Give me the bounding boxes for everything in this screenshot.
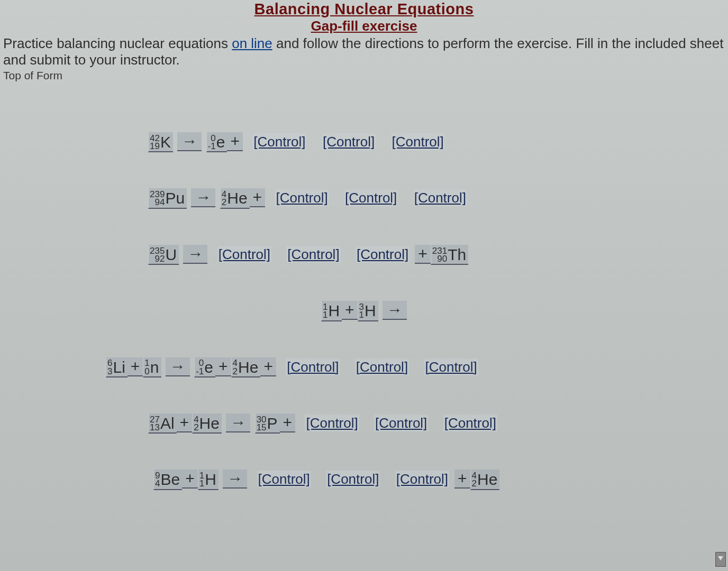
isotope-H: 11H [198,469,219,490]
isotope-Pu: 23994Pu [148,188,187,208]
isotope-Li: 63Li [106,357,128,377]
isotope-K: 4219K [148,132,173,152]
plus-op: + [454,469,470,489]
plus-op: + [128,357,143,376]
online-link[interactable]: on line [232,35,272,51]
isotope-H: 11H [321,301,342,321]
plus-op: + [227,132,243,151]
arrow-icon: → [166,357,190,376]
isotope-He: 42He [470,469,500,490]
plus-op: + [182,469,198,489]
equations-area: 4219K → 0-1e + [Control] [Control] [Cont… [0,132,728,526]
arrow-icon: → [183,245,207,264]
control-placeholder[interactable]: [Control] [286,246,340,263]
equation-row: 2713Al + 42He → 3015P + [Control] [Contr… [148,413,707,434]
isotope-Be: 94Be [153,469,182,490]
plus-op: + [215,357,231,376]
equation-row: 11H + 31H → [21,301,707,321]
control-placeholder[interactable]: [Control] [443,415,497,431]
control-placeholder[interactable]: [Control] [305,415,359,431]
arrow-icon: → [383,301,407,320]
arrow-icon: → [191,188,215,207]
equation-row: 4219K → 0-1e + [Control] [Control] [Cont… [148,132,707,152]
control-placeholder[interactable]: [Control] [355,358,409,375]
control-placeholder[interactable]: [Control] [275,189,329,206]
control-placeholder[interactable]: [Control] [344,189,398,206]
isotope-Th: 23190Th [431,245,468,265]
isotope-H: 31H [358,301,378,321]
control-placeholder[interactable]: [Control] [286,358,340,375]
plus-op: + [177,413,193,432]
plus-op: + [250,188,266,207]
plus-op: + [280,413,296,432]
isotope-He: 42He [231,357,261,377]
control-placeholder[interactable]: [Control] [424,358,478,375]
equation-row: 94Be + 11H → [Control] [Control] [Contro… [153,469,707,490]
plus-op: + [415,245,431,264]
top-of-form-label: Top of Form [0,68,728,82]
control-placeholder[interactable]: [Control] [391,133,445,150]
control-placeholder[interactable]: [Control] [257,471,311,487]
control-placeholder[interactable]: [Control] [326,471,380,487]
arrow-icon: → [226,413,250,432]
arrow-icon: → [223,469,247,489]
instructions: Practice balancing nuclear equations on … [0,34,728,68]
equation-row: 23994Pu → 42He + [Control] [Control] [Co… [148,188,707,208]
isotope-U: 23592U [148,245,179,265]
plus-op: + [260,357,276,376]
worksheet-canvas: Balancing Nuclear Equations Gap-fill exe… [0,0,728,571]
isotope-P: 3015P [255,413,280,434]
control-placeholder[interactable]: [Control] [395,471,449,487]
isotope-He: 42He [192,413,222,434]
arrow-icon: → [177,132,202,151]
page-title[interactable]: Balancing Nuclear Equations [254,1,474,17]
equation-row: 23592U → [Control] [Control] [Control] +… [148,245,707,265]
control-placeholder[interactable]: [Control] [252,133,306,150]
isotope-e: 0-1e [206,132,228,152]
scrollbar-down-icon[interactable] [715,552,726,567]
isotope-n: 10n [143,357,161,377]
isotope-e: 0-1e [194,357,215,377]
control-placeholder[interactable]: [Control] [322,133,376,150]
control-placeholder[interactable]: [Control] [413,189,467,206]
control-placeholder[interactable]: [Control] [374,415,428,431]
equation-row: 63Li + 10n → 0-1e + 42He + [Control] [Co… [106,357,707,377]
isotope-Al: 2713Al [148,413,177,434]
plus-op: + [342,301,358,320]
instr-part1: Practice balancing nuclear equations [3,35,232,51]
control-placeholder[interactable]: [Control] [356,246,410,263]
control-placeholder[interactable]: [Control] [217,246,271,263]
header: Balancing Nuclear Equations Gap-fill exe… [0,0,728,34]
page-subtitle[interactable]: Gap-fill exercise [311,18,417,34]
isotope-He: 42He [220,188,250,208]
